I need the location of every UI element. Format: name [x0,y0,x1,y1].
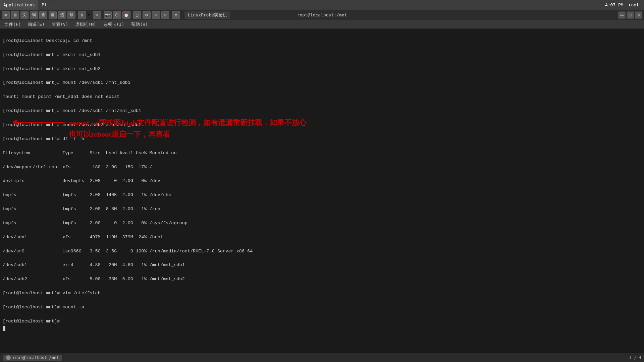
applications-label: Applications [3,2,35,7]
minimize-button[interactable]: — [618,11,626,19]
window-title: root@localhost:/mnt [297,12,347,17]
vm-icon-3[interactable]: 文 [20,11,29,19]
system-tray: 4:07 PM root [605,2,644,7]
view-btn4[interactable]: ⊡ [161,11,169,19]
settings-btn[interactable]: ⚙ [172,11,180,19]
menu-view[interactable]: 查看(V) [49,21,71,28]
cursor [3,326,5,331]
terminal-window: ⊞ 🖥 文 编 查 虚 选 帮 ⏸ ▾ ⌨ 📷 ⏱ ⏰ ▢ ⊟ ⊞ ⊡ ⚙ Li… [0,10,644,362]
view-btn2[interactable]: ⊟ [143,11,151,19]
line-6: [root@localhost mnt]# mount /dev/sdb1 /m… [3,108,641,115]
user-label: root [629,2,639,7]
terminal-tab-label: root@localhost:/mnt [13,355,59,360]
places-menu[interactable]: Pl... [38,0,58,10]
applications-menu[interactable]: Applications [0,0,38,10]
line-11: devtmpfs devtmpfs 2.0G 0 2.0G 0% /dev [3,178,641,185]
line-15: /dev/sda1 xfs 497M 119M 379M 24% /boot [3,234,641,241]
menu-help[interactable]: 帮助(H) [128,21,150,28]
status-bar: root@localhost:/mnt 1 / 4 [0,353,644,362]
line-9: Filesystem Type Size Used Avail Use% Mou… [3,150,641,157]
system-bar: Applications Pl... 4:07 PM root [0,0,644,10]
maximize-button[interactable]: □ [627,11,634,19]
vm-icon-6[interactable]: 虚 [49,11,57,19]
line-16: /dev/sr0 iso9660 3.5G 3.5G 0 100% /run/m… [3,248,641,255]
vm-icon-8[interactable]: 帮 [67,11,75,19]
line-3: [root@localhost mnt]# mkdir mnt_sdb2 [3,66,641,73]
vm-icon-5[interactable]: 查 [39,11,47,19]
snap-btn1[interactable]: 📷 [104,11,112,19]
line-1: [root@localhost Desktop]# cd /mnt [3,38,641,45]
menu-edit[interactable]: 编辑(E) [25,21,47,28]
pause-btn[interactable]: ⏸ [78,11,86,19]
snap-btn2[interactable]: ⏱ [113,11,121,19]
places-label: Pl... [42,2,55,7]
clock: 4:07 PM [605,2,624,7]
line-17: /dev/sdb1 ext4 4.8G 20M 4.6G 1% /mnt/mnt… [3,262,641,269]
menu-terminal[interactable]: 虚拟机(M) [72,21,99,28]
window-controls: — □ ✕ [618,11,644,19]
title-bar: ⊞ 🖥 文 编 查 虚 选 帮 ⏸ ▾ ⌨ 📷 ⏱ ⏰ ▢ ⊟ ⊞ ⊡ ⚙ Li… [0,10,644,20]
menu-bar: 文件(F) 编辑(E) 查看(V) 虚拟机(M) 选项卡(I) 帮助(H) [0,20,644,29]
line-4: [root@localhost mnt]# mount /dev/sdb1 /m… [3,79,641,86]
vm-icon-2[interactable]: 🖥 [11,11,19,19]
menu-tabs[interactable]: 选项卡(I) [101,21,127,28]
line-19: [root@localhost mnt]# vim /etc/fstab [3,290,641,297]
line-12: tmpfs tmpfs 2.0G 140K 2.0G 1% /dev/shm [3,192,641,199]
close-button[interactable]: ✕ [635,11,642,19]
line-13: tmpfs tmpfs 2.0G 8.8M 2.0G 1% /run [3,206,641,213]
toolbar-icons: ⊞ 🖥 文 编 查 虚 选 帮 ⏸ ▾ ⌨ 📷 ⏱ ⏰ ▢ ⊟ ⊞ ⊡ ⚙ [0,11,182,19]
line-5: mount: mount point /mnt_sdb1 does not ex… [3,94,641,101]
line-8: [root@localhost mnt]# df -T -h [3,136,641,143]
pause-dropdown[interactable]: ▾ [88,12,90,17]
line-7: [root@localhost mnt]# mount /dev/sdb2 /m… [3,122,641,129]
snap-btn3[interactable]: ⏰ [122,11,130,19]
terminal-content[interactable]: [root@localhost Desktop]# cd /mnt [root@… [0,29,644,362]
send-key-btn[interactable]: ⌨ [93,11,101,19]
menu-file[interactable]: 文件(F) [2,21,23,28]
line-20: [root@localhost mnt]# mount -a [3,304,641,311]
view-btn3[interactable]: ⊞ [152,11,160,19]
vm-icon-1[interactable]: ⊞ [2,11,10,19]
line-18: /dev/sdb2 xfs 5.0G 33M 5.0G 1% /mnt/mnt_… [3,276,641,283]
vm-icon-4[interactable]: 编 [30,11,38,19]
page-indicator: 1 / 4 [629,355,641,360]
terminal-tab[interactable]: root@localhost:/mnt [3,355,62,361]
vm-icon-7[interactable]: 选 [58,11,66,19]
view-btn1[interactable]: ▢ [133,11,141,19]
terminal-tab-icon [6,355,11,360]
line-14: tmpfs tmpfs 2.0G 0 2.0G 0% /sys/fs/cgrou… [3,220,641,227]
line-10: /dev/mapper/rhel-root xfs 18G 3.0G 15G 1… [3,164,641,171]
hostname-label: LinuxProbe实验机 [184,11,230,19]
line-2: [root@localhost mnt]# mkdir mnt_sdb1 [3,52,641,59]
line-21: [root@localhost mnt]# [3,318,641,325]
